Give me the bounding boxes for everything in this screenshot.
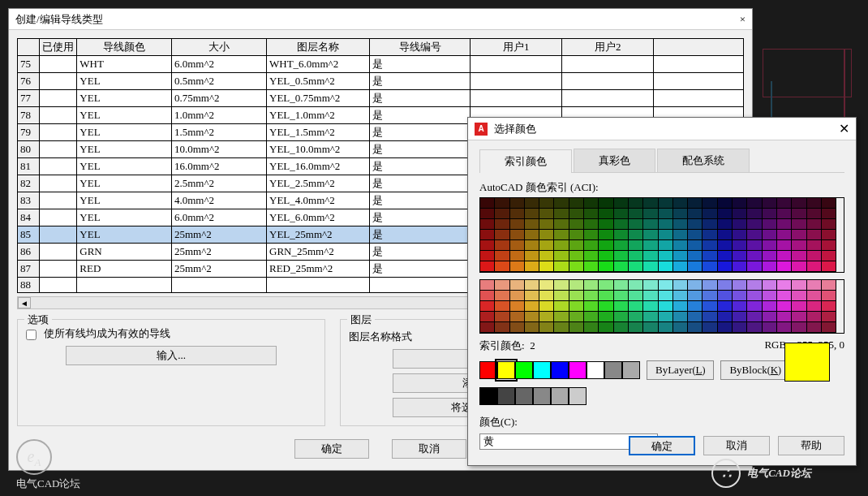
gray-swatch[interactable] <box>479 387 497 405</box>
palette-cell[interactable] <box>822 322 836 333</box>
palette-cell[interactable] <box>792 240 806 251</box>
swatch[interactable] <box>587 361 604 379</box>
palette-cell[interactable] <box>703 301 717 312</box>
palette-cell[interactable] <box>807 312 822 322</box>
palette-cell[interactable] <box>480 261 495 272</box>
gray-swatch[interactable] <box>569 387 587 405</box>
palette-cell[interactable] <box>510 209 525 219</box>
table-row[interactable]: 77YEL0.75mm^2YEL_0.75mm^2是 <box>18 90 744 107</box>
palette-cell[interactable] <box>763 230 777 240</box>
palette-cell[interactable] <box>643 280 658 291</box>
palette-cell[interactable] <box>614 301 629 312</box>
palette-cell[interactable] <box>510 312 525 322</box>
palette-cell[interactable] <box>614 198 629 209</box>
palette-cell[interactable] <box>733 209 747 219</box>
palette-cell[interactable] <box>659 251 673 261</box>
swatch[interactable] <box>533 361 551 379</box>
tab-true-color[interactable]: 真彩色 <box>574 149 655 172</box>
palette-cell[interactable] <box>733 312 747 322</box>
palette-cell[interactable] <box>733 240 747 251</box>
palette-cell[interactable] <box>643 198 658 209</box>
palette-cell[interactable] <box>554 209 569 219</box>
palette-cell[interactable] <box>480 198 495 209</box>
palette-cell[interactable] <box>569 251 584 261</box>
palette-cell[interactable] <box>614 280 629 291</box>
palette-cell[interactable] <box>792 209 806 219</box>
palette-cell[interactable] <box>554 301 569 312</box>
palette-cell[interactable] <box>554 219 569 230</box>
color-ok-button[interactable]: 确定 <box>629 436 695 455</box>
palette-cell[interactable] <box>629 209 643 219</box>
palette-cell[interactable] <box>510 301 525 312</box>
palette-cell[interactable] <box>599 280 613 291</box>
palette-cell[interactable] <box>673 312 688 322</box>
palette-cell[interactable] <box>763 240 777 251</box>
cancel-button[interactable]: 取消 <box>392 439 466 459</box>
palette-cell[interactable] <box>673 240 688 251</box>
palette-cell[interactable] <box>629 280 643 291</box>
palette-cell[interactable] <box>510 280 525 291</box>
palette-cell[interactable] <box>777 312 792 322</box>
palette-cell[interactable] <box>807 198 822 209</box>
palette-cell[interactable] <box>584 209 599 219</box>
palette-cell[interactable] <box>822 198 836 209</box>
palette-cell[interactable] <box>792 280 806 291</box>
palette-cell[interactable] <box>777 280 792 291</box>
palette-cell[interactable] <box>659 240 673 251</box>
palette-cell[interactable] <box>673 301 688 312</box>
palette-cell[interactable] <box>718 251 733 261</box>
palette-cell[interactable] <box>539 280 554 291</box>
palette-cell[interactable] <box>554 291 569 301</box>
palette-cell[interactable] <box>629 251 643 261</box>
palette-cell[interactable] <box>733 280 747 291</box>
close-icon[interactable]: ✕ <box>839 121 849 136</box>
palette-cell[interactable] <box>495 312 509 322</box>
palette-cell[interactable] <box>614 230 629 240</box>
palette-cell[interactable] <box>643 240 658 251</box>
palette-cell[interactable] <box>510 240 525 251</box>
palette-cell[interactable] <box>807 301 822 312</box>
palette-cell[interactable] <box>807 291 822 301</box>
color-cancel-button[interactable]: 取消 <box>703 436 770 455</box>
palette-cell[interactable] <box>807 280 822 291</box>
palette-cell[interactable] <box>792 322 806 333</box>
palette-cell[interactable] <box>807 219 822 230</box>
palette-cell[interactable] <box>584 312 599 322</box>
palette-cell[interactable] <box>747 198 762 209</box>
palette-cell[interactable] <box>807 251 822 261</box>
palette-cell[interactable] <box>525 312 539 322</box>
tab-color-books[interactable]: 配色系统 <box>657 149 750 172</box>
palette-cell[interactable] <box>703 230 717 240</box>
palette-cell[interactable] <box>659 230 673 240</box>
palette-cell[interactable] <box>733 301 747 312</box>
palette-cell[interactable] <box>614 209 629 219</box>
grayscale-swatches[interactable] <box>479 387 844 405</box>
byblock-button[interactable]: ByBlock(K) <box>720 360 790 380</box>
palette-cell[interactable] <box>659 322 673 333</box>
palette-cell[interactable] <box>554 322 569 333</box>
palette-cell[interactable] <box>659 312 673 322</box>
palette-cell[interactable] <box>554 251 569 261</box>
palette-cell[interactable] <box>733 261 747 272</box>
palette-cell[interactable] <box>614 291 629 301</box>
palette-cell[interactable] <box>554 240 569 251</box>
palette-cell[interactable] <box>673 291 688 301</box>
palette-cell[interactable] <box>703 261 717 272</box>
palette-cell[interactable] <box>718 280 733 291</box>
palette-cell[interactable] <box>614 322 629 333</box>
palette-cell[interactable] <box>688 291 703 301</box>
color-palette-main[interactable] <box>479 197 844 273</box>
palette-cell[interactable] <box>495 261 509 272</box>
column-header[interactable]: 导线编号 <box>370 39 471 56</box>
palette-cell[interactable] <box>703 312 717 322</box>
color-help-button[interactable]: 帮助 <box>778 436 844 455</box>
palette-cell[interactable] <box>703 219 717 230</box>
palette-cell[interactable] <box>747 219 762 230</box>
palette-cell[interactable] <box>569 230 584 240</box>
palette-cell[interactable] <box>822 209 836 219</box>
palette-cell[interactable] <box>643 219 658 230</box>
palette-cell[interactable] <box>643 301 658 312</box>
palette-cell[interactable] <box>777 251 792 261</box>
palette-cell[interactable] <box>643 312 658 322</box>
palette-cell[interactable] <box>688 312 703 322</box>
